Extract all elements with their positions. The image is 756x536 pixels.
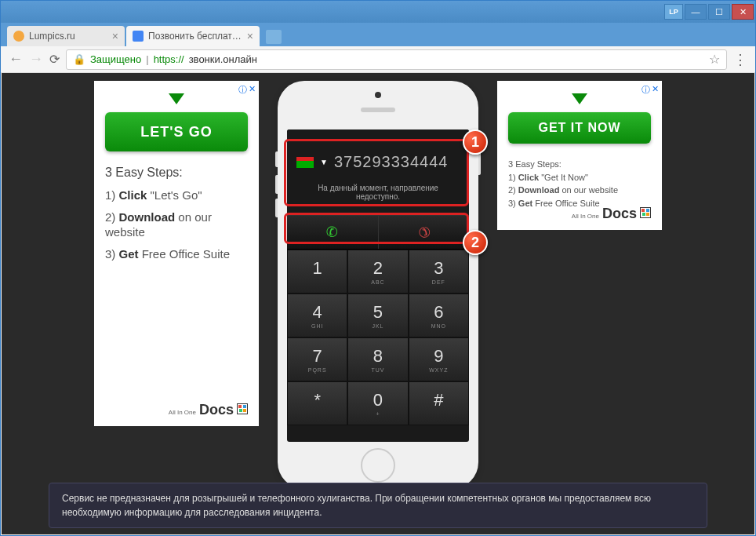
ad-cta-button[interactable]: LET'S GO [105,112,248,151]
tab-title: Lumpics.ru [29,31,107,42]
ad-step: 3) Get Free Office Suite [105,246,248,262]
keypad-key[interactable]: 8TUV [347,337,408,381]
close-button[interactable]: ✕ [732,4,754,20]
bookmark-icon[interactable]: ☆ [709,52,720,67]
url-input[interactable]: 🔒 Защищено | https://звонки.онлайн ☆ [66,49,727,70]
ad-steps-title: 3 Easy Steps: [508,158,651,171]
keypad-key[interactable]: # [409,381,469,425]
forward-button[interactable]: → [29,51,43,67]
hangup-button[interactable]: ✆ [379,216,470,249]
chevron-down-icon[interactable]: ▼ [320,158,328,166]
country-flag-icon[interactable] [296,157,314,168]
keypad-key[interactable]: 9WXYZ [409,337,469,381]
keypad-key[interactable]: 7PQRS [287,337,347,381]
url-host: звонки.онлайн [189,53,257,65]
phone-screen: ▼ 375293334444 На данный момент, направл… [287,129,469,442]
app-window: LP — ☐ ✕ Lumpics.ru × Позвонить бесплатн… [0,0,756,536]
phone-number-input[interactable]: 375293334444 [334,153,448,171]
home-button[interactable] [361,448,395,483]
back-button[interactable]: ← [9,51,23,67]
keypad-key[interactable]: 6MNO [409,294,469,337]
ad-info-icon[interactable]: ⓘ [238,84,247,96]
ad-step: 1) Click "Let's Go" [105,188,248,203]
speaker-icon [361,108,395,112]
number-display: ▼ 375293334444 [287,140,469,177]
phone-icon: ✆ [413,222,434,242]
keypad-key[interactable]: 4GHI [287,294,347,337]
tab-close-icon[interactable]: × [247,30,253,42]
menu-button[interactable]: ⋮ [733,51,747,68]
arrow-down-icon [169,93,184,104]
browser-tab[interactable]: Lumpics.ru × [7,26,125,46]
keypad-key[interactable]: 1 [287,250,347,294]
tab-strip: Lumpics.ru × Позвонить бесплатно д… × [1,23,755,46]
ad-close-icon[interactable]: ✕ [249,84,256,96]
url-protocol: https:// [154,53,184,65]
docs-icon [237,403,248,414]
annotation-badge: 1 [463,129,488,155]
phone-icon: ✆ [325,223,340,242]
keypad-key[interactable]: 3DEF [409,250,469,294]
status-message: На данный момент, направление недоступно… [287,177,469,215]
disclaimer-text: Сервис не предназначен для розыгрышей и … [49,483,707,528]
keypad-key[interactable]: 5JKL [347,294,408,337]
minimize-button[interactable]: — [685,4,707,20]
ad-cta-button[interactable]: GET IT NOW [508,112,651,144]
title-bar: LP — ☐ ✕ [1,1,755,23]
ad-left: ⓘ ✕ LET'S GO 3 Easy Steps: 1) Click "Let… [94,81,259,426]
phone-mockup: ▼ 375293334444 На данный момент, направл… [278,81,478,489]
reload-button[interactable]: ⟳ [49,52,60,67]
keypad-key[interactable]: * [287,381,347,425]
new-tab-button[interactable] [266,30,282,44]
docs-logo: All In One Docs [572,206,651,222]
ad-steps-title: 3 Easy Steps: [105,166,248,180]
ad-info-icon[interactable]: ⓘ [642,84,650,96]
keypad-key[interactable]: 2ABC [347,250,408,294]
ad-step: 2) Download on our website [105,210,248,240]
tab-title: Позвонить бесплатно д… [148,31,242,42]
docs-icon [640,207,651,218]
keypad: 12ABC3DEF4GHI5JKL6MNO7PQRS8TUV9WXYZ*0+# [287,250,469,425]
favicon-icon [13,31,24,42]
ad-close-icon[interactable]: ✕ [652,84,659,96]
annotation-badge: 2 [463,230,488,255]
call-button[interactable]: ✆ [287,216,379,249]
secure-label: Защищено [90,53,141,65]
browser-tab[interactable]: Позвонить бесплатно д… × [126,26,260,46]
arrow-down-icon [572,93,587,104]
ad-right: ⓘ ✕ GET IT NOW 3 Easy Steps: 1) Click "G… [497,81,662,230]
camera-icon [375,92,381,98]
tab-close-icon[interactable]: × [112,30,118,42]
lock-icon: 🔒 [73,53,85,65]
ad-step: 1) Click "Get It Now" [508,171,651,184]
ad-step: 2) Download on our website [508,184,651,197]
docs-logo: All In One Docs [169,402,248,418]
address-bar: ← → ⟳ 🔒 Защищено | https://звонки.онлайн… [1,46,755,73]
profile-button[interactable]: LP [664,4,683,20]
maximize-button[interactable]: ☐ [708,4,730,20]
keypad-key[interactable]: 0+ [347,381,408,425]
favicon-icon [133,31,144,42]
page-content: ⓘ ✕ LET'S GO 3 Easy Steps: 1) Click "Let… [2,73,754,534]
